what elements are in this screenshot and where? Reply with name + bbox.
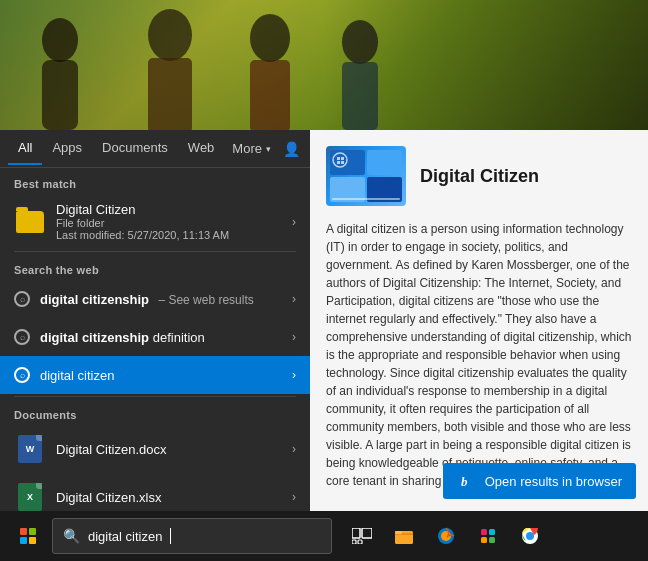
svg-rect-7: [342, 62, 378, 130]
hero-figures: [0, 0, 648, 130]
svg-rect-10: [341, 157, 344, 160]
user-icon[interactable]: 👤: [279, 137, 304, 161]
best-match-item[interactable]: Digital Citizen File folder Last modifie…: [0, 194, 310, 249]
win-square-red: [20, 528, 27, 535]
folder-icon: [14, 206, 46, 238]
web-search-text-0: digital citizenship – See web results: [40, 292, 286, 307]
excel-doc-icon: X: [14, 481, 46, 511]
svg-rect-3: [148, 58, 192, 130]
svg-rect-5: [250, 60, 290, 130]
svg-point-0: [42, 18, 78, 62]
divider-2: [14, 396, 296, 397]
best-match-title: Digital Citizen: [56, 202, 286, 217]
svg-rect-25: [481, 537, 487, 543]
results-list: Best match Digital Citizen File folder L…: [0, 168, 310, 511]
doc-title-1: Digital Citizen.xlsx: [56, 490, 286, 505]
taskbar: 🔍 digital citizen: [0, 511, 648, 561]
svg-rect-20: [395, 531, 402, 534]
search-circle-icon-1: ⌕: [14, 329, 30, 345]
chevron-right-icon-doc0: ›: [292, 442, 296, 456]
svg-rect-24: [489, 529, 495, 535]
windows-logo-icon: [20, 528, 36, 544]
taskbar-search-box[interactable]: 🔍 digital citizen: [52, 518, 332, 554]
taskbar-search-text: digital citizen: [88, 529, 162, 544]
digital-citizen-thumbnail: [326, 146, 406, 206]
tab-documents[interactable]: Documents: [92, 132, 178, 165]
web-search-text-1: digital citizenship definition: [40, 330, 286, 345]
right-panel-content: Digital Citizen A digital citizen is a p…: [310, 130, 648, 511]
bing-icon: b: [457, 471, 477, 491]
svg-rect-26: [489, 537, 495, 543]
documents-label: Documents: [0, 399, 310, 425]
win-square-green: [29, 528, 36, 535]
best-match-meta: Last modified: 5/27/2020, 11:13 AM: [56, 229, 286, 241]
tab-apps[interactable]: Apps: [42, 132, 92, 165]
file-explorer-button[interactable]: [386, 518, 422, 554]
file-explorer-icon: [394, 527, 414, 545]
firefox-button[interactable]: [428, 518, 464, 554]
svg-rect-1: [42, 60, 78, 130]
tab-web[interactable]: Web: [178, 132, 225, 165]
web-search-text-2: digital citizen: [40, 368, 286, 383]
taskbar-search-icon: 🔍: [63, 528, 80, 544]
tab-all[interactable]: All: [8, 132, 42, 165]
svg-rect-9: [337, 157, 340, 160]
svg-rect-15: [352, 528, 360, 538]
tabs-bar: All Apps Documents Web More ▾ 👤 ···: [0, 130, 310, 168]
web-search-item-2[interactable]: ⌕ digital citizen ›: [0, 356, 310, 394]
win-square-yellow: [29, 537, 36, 544]
doc-title-0: Digital Citizen.docx: [56, 442, 286, 457]
web-search-item-0[interactable]: ⌕ digital citizenship – See web results …: [0, 280, 310, 318]
open-results-label: Open results in browser: [485, 474, 622, 489]
svg-rect-12: [341, 161, 344, 164]
task-view-button[interactable]: [344, 518, 380, 554]
right-panel-header: Digital Citizen: [326, 146, 632, 206]
svg-text:b: b: [461, 474, 468, 489]
thumb-cell-2: [367, 150, 402, 175]
svg-point-2: [148, 9, 192, 61]
thumb-icon: [330, 150, 350, 170]
best-match-subtitle: File folder: [56, 217, 286, 229]
start-button[interactable]: [8, 518, 48, 554]
bing-logo-icon: b: [458, 472, 476, 490]
firefox-icon: [436, 526, 456, 546]
doc-item-1[interactable]: X Digital Citizen.xlsx ›: [0, 473, 310, 511]
svg-point-4: [250, 14, 290, 62]
search-web-label: Search the web: [0, 254, 310, 280]
chevron-right-icon-doc1: ›: [292, 490, 296, 504]
best-match-text: Digital Citizen File folder Last modifie…: [56, 202, 286, 241]
doc-text-0: Digital Citizen.docx: [56, 442, 286, 457]
doc-item-0[interactable]: W Digital Citizen.docx ›: [0, 425, 310, 473]
taskbar-icons: [344, 518, 548, 554]
slack-button[interactable]: [470, 518, 506, 554]
right-panel: Digital Citizen A digital citizen is a p…: [310, 130, 648, 511]
right-panel-title: Digital Citizen: [420, 166, 539, 187]
web-search-item-1[interactable]: ⌕ digital citizenship definition ›: [0, 318, 310, 356]
slack-icon: [478, 526, 498, 546]
chevron-down-icon: ▾: [266, 144, 271, 154]
chrome-icon: [520, 526, 540, 546]
chrome-button[interactable]: [512, 518, 548, 554]
svg-rect-17: [352, 540, 356, 544]
chevron-right-icon: ›: [292, 215, 296, 229]
svg-rect-18: [358, 540, 362, 544]
search-panel: All Apps Documents Web More ▾ 👤 ··· Best…: [0, 130, 310, 511]
win-square-blue: [20, 537, 27, 544]
taskbar-cursor: [170, 528, 171, 544]
tab-more[interactable]: More ▾: [224, 133, 279, 164]
svg-rect-16: [362, 528, 372, 538]
task-view-icon: [352, 528, 372, 544]
chevron-right-icon-web2: ›: [292, 368, 296, 382]
best-match-label: Best match: [0, 168, 310, 194]
chevron-right-icon-web1: ›: [292, 330, 296, 344]
thumb-cell-4: [367, 177, 402, 202]
svg-rect-11: [337, 161, 340, 164]
open-results-browser-button[interactable]: b Open results in browser: [443, 463, 636, 499]
doc-text-1: Digital Citizen.xlsx: [56, 490, 286, 505]
svg-point-28: [526, 532, 534, 540]
right-panel-body: A digital citizen is a person using info…: [326, 220, 632, 490]
divider: [14, 251, 296, 252]
svg-rect-23: [481, 529, 487, 535]
search-circle-icon-0: ⌕: [14, 291, 30, 307]
search-circle-icon-2: ⌕: [14, 367, 30, 383]
